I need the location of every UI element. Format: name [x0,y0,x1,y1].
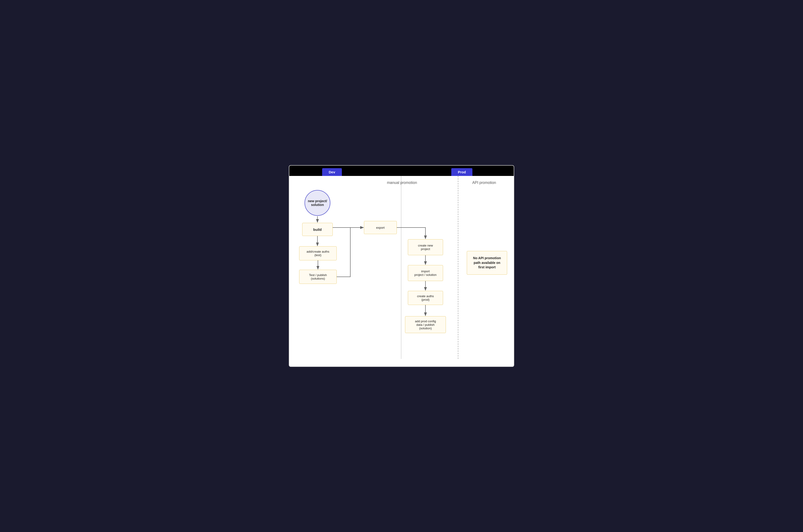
dev-label: Dev [322,168,342,176]
add-prod-config-box: add prod config data / publish (solution… [405,316,446,333]
header-bar: Dev Prod [289,166,514,176]
test-publish-box: Test / publish (solutions) [299,270,337,284]
manual-promotion-label: manual promotion [379,180,425,185]
solid-divider [401,176,401,359]
no-api-box: No API promotion path available on first… [467,251,507,275]
export-box: export [364,221,397,234]
content-area: manual promotion API promotion new proje… [289,176,514,359]
api-promotion-label: API promotion [463,180,505,185]
diagram-container: Dev Prod manual promotion API promotion … [289,165,514,367]
add-create-auths-box: add/create auths (test) [299,246,337,260]
import-project-box: import project / solution [408,265,443,281]
prod-label: Prod [451,168,472,176]
create-new-project-box: create new project [408,239,443,255]
build-box: build [302,223,333,236]
create-auths-prod-box: create auths (prod) [408,291,443,305]
new-project-circle: new project/ solution [305,190,330,216]
dashed-divider [458,176,458,359]
